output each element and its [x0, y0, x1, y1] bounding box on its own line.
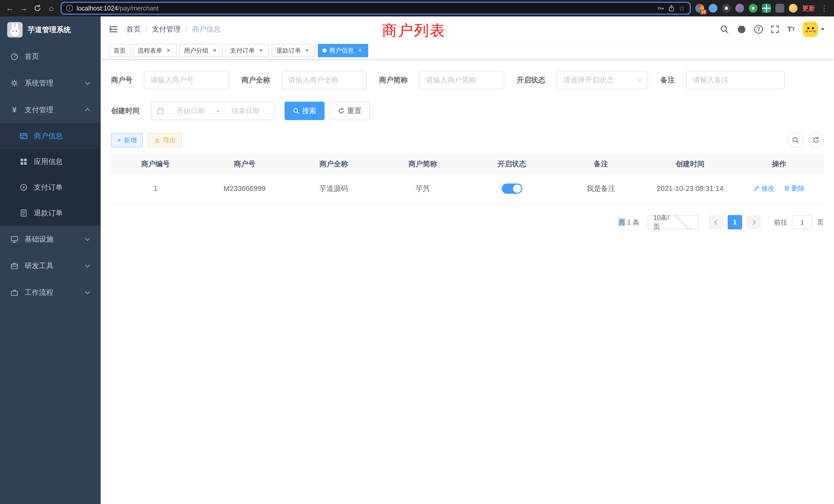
- payment-submenu: 商户信息 应用信息 支付订单 退款订单: [0, 123, 101, 226]
- fullscreen-icon[interactable]: [771, 25, 779, 33]
- close-icon[interactable]: ×: [257, 47, 264, 54]
- browser-reload-icon[interactable]: [33, 4, 42, 12]
- tab-user-group[interactable]: 用户分组×: [179, 44, 223, 57]
- gear-icon: [10, 79, 19, 87]
- full-name-input[interactable]: [282, 71, 366, 89]
- table-header-row: 商户编号 商户号 商户全称 商户简称 开启状态 备注 创建时间 操作: [111, 154, 824, 174]
- short-name-input[interactable]: [420, 71, 504, 89]
- screen: ← → ⌂ i localhost:1024/pay/merchant ☆ 10…: [0, 0, 834, 504]
- browser-forward-icon[interactable]: →: [19, 4, 28, 12]
- sidebar-item-merchant-info[interactable]: 商户信息: [0, 123, 101, 149]
- table-row: 1 M233666999 芋道源码 芋艿 我是备注 2021-10-23 08:…: [111, 174, 824, 204]
- page-size-select[interactable]: 10条/页: [648, 215, 699, 229]
- download-icon: [154, 137, 160, 143]
- delete-link[interactable]: 删除: [784, 184, 805, 193]
- user-menu[interactable]: [803, 22, 825, 37]
- sidebar-item-infrastructure[interactable]: 基础设施: [0, 226, 101, 253]
- breadcrumb-item[interactable]: 支付管理: [152, 24, 181, 34]
- refresh-icon: [812, 137, 820, 144]
- prev-page-button[interactable]: [709, 215, 723, 229]
- url-bar[interactable]: i localhost:1024/pay/merchant ☆: [61, 2, 691, 15]
- cell-actions: 修改 删除: [734, 174, 824, 204]
- breadcrumb-separator: /: [145, 25, 147, 33]
- end-date-placeholder[interactable]: 结束日期: [222, 106, 269, 115]
- close-icon[interactable]: ×: [356, 47, 364, 54]
- remark-input[interactable]: [687, 71, 784, 89]
- password-key-icon[interactable]: [657, 5, 664, 12]
- refresh-table-button[interactable]: [808, 132, 824, 148]
- export-button[interactable]: 导出: [148, 133, 182, 147]
- cell-merchant-no: M233666999: [200, 174, 289, 204]
- tab-home[interactable]: 首页: [109, 44, 130, 57]
- browser-update-button[interactable]: 更新: [802, 4, 815, 13]
- chevron-down-icon: [637, 76, 642, 82]
- create-time-range-picker[interactable]: 开始日期 - 结束日期: [151, 101, 274, 120]
- column-header: 商户全称: [289, 154, 378, 174]
- reset-button[interactable]: 重置: [330, 101, 370, 120]
- toggle-search-button[interactable]: [788, 132, 803, 148]
- sidebar-item-pay-order[interactable]: 支付订单: [0, 175, 101, 200]
- extension-icon[interactable]: [722, 4, 731, 13]
- remark-label: 备注: [660, 75, 675, 85]
- status-toggle[interactable]: [502, 183, 522, 194]
- column-header: 操作: [734, 154, 824, 174]
- edit-link[interactable]: 修改: [754, 184, 775, 193]
- close-icon[interactable]: ×: [211, 47, 218, 54]
- close-icon[interactable]: ×: [304, 47, 311, 54]
- extension-icon[interactable]: [709, 4, 718, 13]
- cell-short-name: 芋艿: [378, 174, 467, 204]
- cell-id: 1: [111, 174, 200, 204]
- pagination: 共 1 条 10条/页 1 前往 页: [111, 215, 824, 250]
- sidebar-item-system[interactable]: 系统管理: [0, 70, 101, 96]
- next-page-button[interactable]: [747, 215, 761, 229]
- sidebar-item-home[interactable]: 首页: [0, 43, 101, 70]
- chevron-left-icon: [714, 220, 719, 225]
- breadcrumb: 首页 / 支付管理 / 商户信息: [126, 24, 221, 34]
- bookmark-star-icon[interactable]: ☆: [679, 4, 685, 13]
- chevron-down-icon: [85, 289, 90, 294]
- browser-back-icon[interactable]: ←: [5, 4, 14, 12]
- search-button[interactable]: 搜索: [285, 101, 325, 120]
- add-button[interactable]: + 新增: [111, 133, 143, 147]
- share-icon[interactable]: [668, 5, 675, 12]
- tab-merchant-info[interactable]: 商户信息×: [318, 44, 368, 57]
- sidebar-item-payment[interactable]: ¥ 支付管理: [0, 96, 101, 123]
- font-size-icon[interactable]: TT: [787, 25, 795, 33]
- tab-refund-order[interactable]: 退款订单×: [272, 44, 315, 57]
- extension-icon[interactable]: [736, 4, 744, 13]
- monitor-icon: [10, 235, 19, 243]
- chevron-down-icon: [675, 213, 692, 230]
- tab-pay-order[interactable]: 支付订单×: [225, 44, 269, 57]
- full-name-label: 商户全称: [241, 75, 270, 85]
- close-icon[interactable]: ×: [165, 47, 172, 54]
- merchant-no-input[interactable]: [144, 71, 228, 89]
- extension-icon[interactable]: 10: [695, 4, 704, 13]
- sidebar-item-workflow[interactable]: 工作流程: [0, 279, 101, 306]
- extension-icon[interactable]: [762, 4, 771, 13]
- logo[interactable]: 芋道管理系统: [0, 17, 101, 43]
- page-1-button[interactable]: 1: [728, 215, 742, 229]
- github-icon[interactable]: [737, 24, 746, 34]
- sidebar-item-refund-order[interactable]: 退款订单: [0, 200, 101, 226]
- short-name-label: 商户简称: [379, 75, 408, 85]
- breadcrumb-item[interactable]: 首页: [126, 24, 141, 34]
- site-info-icon[interactable]: i: [66, 5, 73, 12]
- extension-icon[interactable]: [749, 4, 758, 13]
- sidebar-item-app-info[interactable]: 应用信息: [0, 149, 101, 175]
- browser-menu-icon[interactable]: ⋮: [820, 4, 829, 13]
- tab-process-form[interactable]: 流程表单×: [133, 44, 177, 57]
- sidebar-item-devtools[interactable]: 研发工具: [0, 253, 101, 279]
- status-select[interactable]: 请选择开启状态: [557, 71, 648, 89]
- plus-icon: +: [117, 137, 121, 144]
- search-icon[interactable]: [720, 25, 729, 34]
- profile-avatar-icon[interactable]: [789, 4, 797, 13]
- navbar-actions: ? TT: [720, 22, 834, 37]
- hamburger-icon[interactable]: [101, 25, 126, 33]
- help-icon[interactable]: ?: [754, 25, 763, 33]
- app-title: 芋道管理系统: [28, 25, 71, 35]
- goto-page-input[interactable]: [792, 215, 812, 229]
- browser-home-icon[interactable]: ⌂: [47, 4, 56, 12]
- start-date-placeholder[interactable]: 开始日期: [168, 106, 214, 115]
- logo-avatar: [7, 22, 23, 38]
- extension-icon[interactable]: [775, 4, 784, 13]
